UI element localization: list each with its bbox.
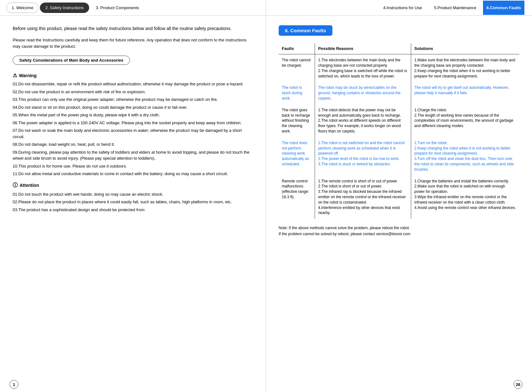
intro-secondary: Please read the Instructions carefully a…: [13, 37, 253, 49]
reasons-cell: 1.The remote control is short of or out …: [315, 175, 411, 219]
warning-item: 07.Do not wash or soak the main body and…: [13, 127, 253, 140]
faults-table: Faults Possible Reasons Solutions The ro…: [279, 43, 519, 219]
fault-cell: The robot does not perform cleaning work…: [279, 137, 315, 175]
header-reasons: Possible Reasons: [315, 43, 411, 54]
common-faults-badge: 6. Common Faults: [279, 25, 332, 36]
attention-header: ⓘ Attention: [13, 182, 253, 189]
fault-row: The robot does not perform cleaning work…: [279, 137, 519, 175]
fault-row: Remote control malfunctions. (effective …: [279, 175, 519, 219]
attention-label: Attention: [20, 183, 39, 188]
left-nav-tab[interactable]: 2. Safety Instructions: [40, 3, 89, 13]
attention-item: 03.The product has a sophisticated desig…: [13, 207, 253, 213]
note-text: Note: If the above methods cannot solve …: [279, 225, 519, 237]
solutions-cell: 1.Charge the robot.2.The length of worki…: [411, 104, 519, 137]
warning-item: 02.Do not use the product in an environm…: [13, 89, 253, 95]
header-faults: Faults: [279, 43, 315, 54]
left-page-number: 1: [9, 380, 18, 389]
warning-label: Warning: [19, 73, 36, 78]
warning-list: 01.Do not disassemble, repair or refit t…: [13, 81, 253, 177]
solutions-cell: 1.Turn on the robot.2.Keep charging the …: [411, 137, 519, 175]
header-solutions: Solutions: [411, 43, 519, 54]
warning-item: 05.When the metal part of the power plug…: [13, 112, 253, 118]
warning-icon: ⚠: [13, 72, 17, 78]
reasons-cell: The robot may be stuck by wires/cables o…: [315, 82, 411, 104]
reasons-cell: 1.The electrodes between the main body a…: [315, 54, 411, 82]
reasons-cell: 1.The robot is not switched on and the r…: [315, 137, 411, 175]
right-page-number: 26: [514, 380, 523, 389]
fault-cell: Remote control malfunctions. (effective …: [279, 175, 315, 219]
right-page: 4.Instructions for Use5.Product Maintena…: [266, 0, 532, 392]
warning-item: 08.Do not damage, load weight on, heat, …: [13, 141, 253, 148]
warning-item: 11.Do not allow metal and conductive mat…: [13, 171, 253, 177]
right-content: 6. Common Faults Faults Possible Reasons…: [266, 16, 532, 392]
warning-item: 10.This product is for home use. Please …: [13, 163, 253, 169]
warning-header: ⚠ Warning: [13, 72, 253, 78]
section-box-label: Safety Considerations of Main Body and A…: [13, 56, 130, 65]
left-nav-tab[interactable]: 1. Welcome: [6, 3, 39, 13]
left-nav-tab[interactable]: 3. Product Components: [90, 3, 145, 13]
attention-list: 01.Do not touch the product with wet han…: [13, 191, 253, 213]
reasons-cell: 1.The robot detects that the power may n…: [315, 104, 411, 137]
attention-item: 02.Please do not place the product in pl…: [13, 199, 253, 205]
warning-item: 09.During cleaning, please pay attention…: [13, 149, 253, 162]
fault-cell: The robot is stuck during work.: [279, 82, 315, 104]
solutions-cell: 1.Make sure that the electrodes between …: [411, 54, 519, 82]
left-content: Before using this product, please read t…: [0, 16, 266, 392]
solutions-cell: The robot will try to get itself out aut…: [411, 82, 519, 104]
attention-item: 01.Do not touch the product with wet han…: [13, 191, 253, 198]
solutions-cell: 1.Change the batteries and install the b…: [411, 175, 519, 219]
right-nav-tab[interactable]: 5.Product Maintenance: [429, 3, 482, 13]
right-nav-tab[interactable]: 6.Common Faults: [483, 1, 524, 15]
warning-item: 01.Do not disassemble, repair or refit t…: [13, 81, 253, 87]
fault-row: The robot cannot be charged.1.The electr…: [279, 54, 519, 82]
warning-item: 04.Do not stand or sit on this product; …: [13, 104, 253, 111]
attention-icon: ⓘ: [13, 182, 18, 189]
left-nav: 1. Welcome2. Safety Instructions3. Produ…: [0, 0, 266, 16]
fault-cell: The robot goes back to recharge without …: [279, 104, 315, 137]
warning-item: 06.The power adapter is applied to a 100…: [13, 120, 253, 126]
right-nav-tab[interactable]: 4.Instructions for Use: [378, 3, 427, 13]
intro-bold: Before using this product, please read t…: [13, 25, 253, 32]
fault-cell: The robot cannot be charged.: [279, 54, 315, 82]
fault-row: The robot is stuck during work.The robot…: [279, 82, 519, 104]
warning-item: 03.This product can only use the origina…: [13, 96, 253, 103]
left-page: 1. Welcome2. Safety Instructions3. Produ…: [0, 0, 266, 392]
right-nav: 4.Instructions for Use5.Product Maintena…: [266, 0, 532, 16]
fault-row: The robot goes back to recharge without …: [279, 104, 519, 137]
